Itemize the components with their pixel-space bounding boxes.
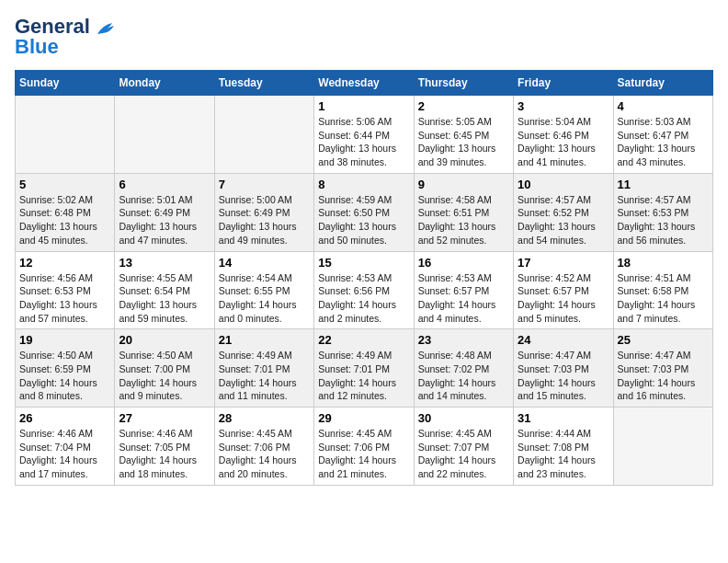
- day-info: Sunrise: 4:57 AMSunset: 6:52 PMDaylight:…: [518, 193, 609, 247]
- day-header-friday: Friday: [514, 71, 613, 96]
- week-row-1: 1Sunrise: 5:06 AMSunset: 6:44 PMDaylight…: [16, 96, 713, 174]
- logo: General Blue: [15, 15, 116, 59]
- day-info: Sunrise: 4:44 AMSunset: 7:08 PMDaylight:…: [518, 427, 609, 481]
- day-info: Sunrise: 4:49 AMSunset: 7:01 PMDaylight:…: [219, 349, 310, 403]
- day-cell: 8Sunrise: 4:59 AMSunset: 6:50 PMDaylight…: [314, 173, 414, 251]
- day-cell: 20Sunrise: 4:50 AMSunset: 7:00 PMDayligh…: [115, 329, 214, 408]
- day-header-wednesday: Wednesday: [314, 71, 414, 96]
- day-number: 17: [518, 256, 609, 270]
- day-number: 23: [418, 333, 509, 347]
- day-number: 13: [119, 256, 210, 270]
- day-info: Sunrise: 5:03 AMSunset: 6:47 PMDaylight:…: [618, 115, 709, 169]
- day-number: 25: [618, 333, 709, 347]
- day-cell: 22Sunrise: 4:49 AMSunset: 7:01 PMDayligh…: [314, 329, 414, 408]
- day-cell: 15Sunrise: 4:53 AMSunset: 6:56 PMDayligh…: [314, 251, 414, 329]
- day-cell: 13Sunrise: 4:55 AMSunset: 6:54 PMDayligh…: [115, 251, 214, 329]
- day-info: Sunrise: 4:47 AMSunset: 7:03 PMDaylight:…: [518, 349, 609, 403]
- day-header-tuesday: Tuesday: [214, 71, 313, 96]
- day-info: Sunrise: 4:50 AMSunset: 7:00 PMDaylight:…: [119, 349, 210, 403]
- day-info: Sunrise: 4:46 AMSunset: 7:05 PMDaylight:…: [119, 427, 210, 481]
- week-row-3: 12Sunrise: 4:56 AMSunset: 6:53 PMDayligh…: [16, 251, 713, 329]
- day-cell: 17Sunrise: 4:52 AMSunset: 6:57 PMDayligh…: [514, 251, 613, 329]
- day-number: 22: [318, 333, 409, 347]
- day-cell: 3Sunrise: 5:04 AMSunset: 6:46 PMDaylight…: [514, 96, 613, 174]
- day-number: 3: [518, 99, 609, 113]
- day-number: 29: [318, 411, 409, 425]
- week-row-5: 26Sunrise: 4:46 AMSunset: 7:04 PMDayligh…: [16, 408, 713, 486]
- day-cell: 27Sunrise: 4:46 AMSunset: 7:05 PMDayligh…: [115, 408, 214, 486]
- day-number: 20: [119, 333, 210, 347]
- day-info: Sunrise: 4:46 AMSunset: 7:04 PMDaylight:…: [19, 427, 110, 481]
- day-number: 19: [19, 333, 110, 347]
- day-cell: [613, 408, 712, 486]
- day-number: 6: [119, 178, 210, 191]
- day-header-saturday: Saturday: [613, 71, 712, 96]
- day-number: 30: [418, 411, 509, 425]
- day-number: 8: [318, 178, 409, 191]
- day-info: Sunrise: 5:06 AMSunset: 6:44 PMDaylight:…: [318, 115, 409, 169]
- day-info: Sunrise: 4:53 AMSunset: 6:56 PMDaylight:…: [318, 271, 409, 326]
- day-number: 11: [618, 178, 709, 191]
- day-cell: 10Sunrise: 4:57 AMSunset: 6:52 PMDayligh…: [514, 173, 613, 251]
- day-cell: 11Sunrise: 4:57 AMSunset: 6:53 PMDayligh…: [613, 173, 712, 251]
- day-info: Sunrise: 4:54 AMSunset: 6:55 PMDaylight:…: [219, 271, 310, 326]
- day-cell: [115, 96, 214, 174]
- day-info: Sunrise: 4:47 AMSunset: 7:03 PMDaylight:…: [618, 349, 709, 403]
- day-info: Sunrise: 4:53 AMSunset: 6:57 PMDaylight:…: [418, 271, 509, 326]
- day-cell: 18Sunrise: 4:51 AMSunset: 6:58 PMDayligh…: [613, 251, 712, 329]
- day-cell: 14Sunrise: 4:54 AMSunset: 6:55 PMDayligh…: [214, 251, 313, 329]
- day-info: Sunrise: 4:49 AMSunset: 7:01 PMDaylight:…: [318, 349, 409, 403]
- day-number: 26: [19, 411, 110, 425]
- day-header-thursday: Thursday: [414, 71, 513, 96]
- day-cell: 30Sunrise: 4:45 AMSunset: 7:07 PMDayligh…: [414, 408, 513, 486]
- day-cell: 9Sunrise: 4:58 AMSunset: 6:51 PMDaylight…: [414, 173, 513, 251]
- day-cell: 5Sunrise: 5:02 AMSunset: 6:48 PMDaylight…: [16, 173, 115, 251]
- day-cell: [16, 96, 115, 174]
- day-cell: 7Sunrise: 5:00 AMSunset: 6:49 PMDaylight…: [214, 173, 313, 251]
- day-info: Sunrise: 4:50 AMSunset: 6:59 PMDaylight:…: [19, 349, 110, 403]
- day-cell: 12Sunrise: 4:56 AMSunset: 6:53 PMDayligh…: [16, 251, 115, 329]
- day-number: 7: [219, 178, 310, 191]
- day-info: Sunrise: 5:01 AMSunset: 6:49 PMDaylight:…: [119, 193, 210, 247]
- day-cell: 1Sunrise: 5:06 AMSunset: 6:44 PMDaylight…: [314, 96, 414, 174]
- day-cell: 26Sunrise: 4:46 AMSunset: 7:04 PMDayligh…: [16, 408, 115, 486]
- day-number: 9: [418, 178, 509, 191]
- day-header-monday: Monday: [115, 71, 214, 96]
- day-number: 24: [518, 333, 609, 347]
- day-info: Sunrise: 4:48 AMSunset: 7:02 PMDaylight:…: [418, 349, 509, 403]
- day-number: 21: [219, 333, 310, 347]
- header-row: SundayMondayTuesdayWednesdayThursdayFrid…: [16, 71, 713, 96]
- day-number: 2: [418, 99, 509, 113]
- day-info: Sunrise: 5:04 AMSunset: 6:46 PMDaylight:…: [518, 115, 609, 169]
- day-info: Sunrise: 5:00 AMSunset: 6:49 PMDaylight:…: [219, 193, 310, 247]
- day-cell: 23Sunrise: 4:48 AMSunset: 7:02 PMDayligh…: [414, 329, 513, 408]
- week-row-2: 5Sunrise: 5:02 AMSunset: 6:48 PMDaylight…: [16, 173, 713, 251]
- day-number: 31: [518, 411, 609, 425]
- day-number: 12: [19, 256, 110, 270]
- day-number: 28: [219, 411, 310, 425]
- day-info: Sunrise: 4:59 AMSunset: 6:50 PMDaylight:…: [318, 193, 409, 247]
- day-info: Sunrise: 4:56 AMSunset: 6:53 PMDaylight:…: [19, 271, 110, 326]
- week-row-4: 19Sunrise: 4:50 AMSunset: 6:59 PMDayligh…: [16, 329, 713, 408]
- day-info: Sunrise: 5:02 AMSunset: 6:48 PMDaylight:…: [19, 193, 110, 247]
- day-info: Sunrise: 4:45 AMSunset: 7:06 PMDaylight:…: [318, 427, 409, 481]
- day-cell: 16Sunrise: 4:53 AMSunset: 6:57 PMDayligh…: [414, 251, 513, 329]
- day-number: 18: [618, 256, 709, 270]
- day-cell: 31Sunrise: 4:44 AMSunset: 7:08 PMDayligh…: [514, 408, 613, 486]
- day-number: 4: [618, 99, 709, 113]
- day-number: 16: [418, 256, 509, 270]
- day-cell: 25Sunrise: 4:47 AMSunset: 7:03 PMDayligh…: [613, 329, 712, 408]
- day-info: Sunrise: 4:45 AMSunset: 7:06 PMDaylight:…: [219, 427, 310, 481]
- day-cell: 4Sunrise: 5:03 AMSunset: 6:47 PMDaylight…: [613, 96, 712, 174]
- day-info: Sunrise: 4:58 AMSunset: 6:51 PMDaylight:…: [418, 193, 509, 247]
- day-number: 5: [19, 178, 110, 191]
- day-info: Sunrise: 5:05 AMSunset: 6:45 PMDaylight:…: [418, 115, 509, 169]
- day-cell: 6Sunrise: 5:01 AMSunset: 6:49 PMDaylight…: [115, 173, 214, 251]
- day-info: Sunrise: 4:52 AMSunset: 6:57 PMDaylight:…: [518, 271, 609, 326]
- day-info: Sunrise: 4:51 AMSunset: 6:58 PMDaylight:…: [618, 271, 709, 326]
- day-info: Sunrise: 4:55 AMSunset: 6:54 PMDaylight:…: [119, 271, 210, 326]
- day-cell: [214, 96, 313, 174]
- day-cell: 19Sunrise: 4:50 AMSunset: 6:59 PMDayligh…: [16, 329, 115, 408]
- day-number: 15: [318, 256, 409, 270]
- day-info: Sunrise: 4:45 AMSunset: 7:07 PMDaylight:…: [418, 427, 509, 481]
